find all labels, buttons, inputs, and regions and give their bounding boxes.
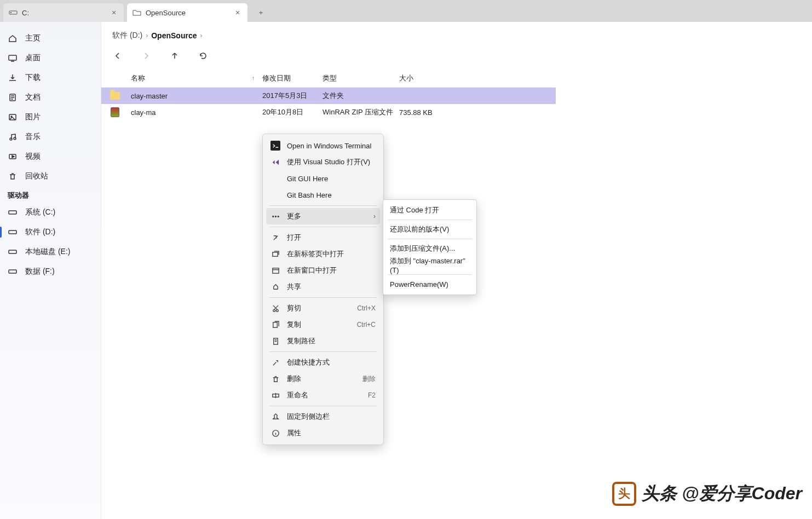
sidebar-item-documents[interactable]: 文档 xyxy=(0,88,101,107)
forward-button[interactable] xyxy=(139,48,154,64)
sub-powerrename[interactable]: PowerRename(W) xyxy=(383,276,476,292)
music-icon xyxy=(8,132,18,142)
context-menu: Open in Windows Terminal 使用 Visual Studi… xyxy=(262,134,384,445)
file-row[interactable]: clay-master 2017年5月3日 文件夹 xyxy=(101,88,556,104)
more-icon xyxy=(270,211,280,221)
sub-add-archive-named[interactable]: 添加到 "clay-master.rar"(T) xyxy=(383,257,476,273)
svg-point-19 xyxy=(276,309,278,312)
ctx-shortcut[interactable]: 创建快捷方式 xyxy=(266,354,380,371)
ctx-copy-path[interactable]: 复制路径 xyxy=(266,333,380,349)
sidebar-item-label: 本地磁盘 (E:) xyxy=(25,247,70,257)
tab-label: C: xyxy=(22,9,105,17)
close-icon[interactable]: × xyxy=(110,8,118,17)
ctx-rename[interactable]: 重命名F2 xyxy=(266,387,380,403)
refresh-button[interactable] xyxy=(195,48,211,64)
home-icon xyxy=(8,33,18,43)
sidebar-drive-e[interactable]: 本地磁盘 (E:) xyxy=(0,242,101,262)
svg-rect-16 xyxy=(272,252,277,256)
watermark-text: 头条 @爱分享Coder xyxy=(642,482,802,506)
file-type: WinRAR ZIP 压缩文件 xyxy=(320,107,397,117)
ctx-open-newwin[interactable]: 在新窗口中打开 xyxy=(266,262,380,279)
copy-icon xyxy=(270,320,280,330)
ctx-open-newtab[interactable]: 在新标签页中打开 xyxy=(266,246,380,262)
trash-icon xyxy=(8,171,18,181)
separator xyxy=(269,205,377,206)
ctx-pin[interactable]: 固定到侧边栏 xyxy=(266,408,380,425)
separator xyxy=(269,406,377,406)
separator xyxy=(388,239,472,239)
folder-icon xyxy=(133,8,141,17)
tab-opensource[interactable]: OpenSource × xyxy=(127,3,247,22)
sidebar-item-label: 视频 xyxy=(25,152,41,162)
ctx-cut[interactable]: 剪切Ctrl+X xyxy=(266,300,380,316)
ctx-open[interactable]: 打开 xyxy=(266,229,380,246)
git-icon xyxy=(270,174,280,183)
file-date: 2017年5月3日 xyxy=(260,91,320,101)
context-submenu: 通过 Code 打开 还原以前的版本(V) 添加到压缩文件(A)... 添加到 … xyxy=(383,199,477,295)
terminal-icon xyxy=(270,141,280,151)
breadcrumb-current[interactable]: OpenSource xyxy=(151,31,197,40)
tab-label: OpenSource xyxy=(146,9,229,17)
ctx-delete[interactable]: 删除删除 xyxy=(266,371,380,387)
ctx-properties[interactable]: 属性 xyxy=(266,425,380,441)
svg-point-14 xyxy=(275,216,276,217)
sidebar-item-label: 下载 xyxy=(25,73,41,83)
column-date[interactable]: 修改日期 xyxy=(260,73,320,83)
sidebar-item-home[interactable]: 主页 xyxy=(0,28,101,48)
separator xyxy=(269,351,377,352)
sidebar-drive-c[interactable]: 系统 (C:) xyxy=(0,203,101,222)
git-icon xyxy=(270,190,280,200)
sidebar-item-videos[interactable]: 视频 xyxy=(0,147,101,166)
svg-point-7 xyxy=(14,137,16,140)
sidebar-item-pictures[interactable]: 图片 xyxy=(0,107,101,127)
drive-icon xyxy=(9,8,18,17)
new-tab-button[interactable]: ＋ xyxy=(253,5,268,20)
file-name: clay-ma xyxy=(129,108,260,117)
ctx-git-bash[interactable]: Git Bash Here xyxy=(266,187,380,203)
svg-rect-17 xyxy=(272,268,278,273)
drive-icon xyxy=(8,227,18,237)
chevron-right-icon: › xyxy=(146,32,148,39)
sub-open-code[interactable]: 通过 Code 打开 xyxy=(383,202,476,218)
sidebar-item-music[interactable]: 音乐 xyxy=(0,127,101,147)
sidebar-item-desktop[interactable]: 桌面 xyxy=(0,48,101,68)
sidebar-section-drives: 驱动器 xyxy=(0,186,101,203)
svg-rect-12 xyxy=(9,270,16,273)
column-name[interactable]: 名称↑ xyxy=(129,73,260,83)
sub-add-archive[interactable]: 添加到压缩文件(A)... xyxy=(383,240,476,257)
column-size[interactable]: 大小 xyxy=(397,73,452,83)
ctx-git-gui[interactable]: Git GUI Here xyxy=(266,170,380,187)
ctx-more[interactable]: 更多› xyxy=(266,208,380,224)
svg-point-13 xyxy=(272,216,273,217)
sidebar-item-recycle[interactable]: 回收站 xyxy=(0,166,101,186)
chevron-right-icon: › xyxy=(373,212,376,220)
tab-c-drive[interactable]: C: × xyxy=(3,3,124,22)
ctx-copy[interactable]: 复制Ctrl+C xyxy=(266,316,380,333)
column-type[interactable]: 类型 xyxy=(320,73,397,83)
breadcrumb-root[interactable]: 软件 (D:) xyxy=(112,31,142,41)
up-button[interactable] xyxy=(167,48,182,64)
download-icon xyxy=(8,73,18,83)
shortcut-icon xyxy=(270,357,280,367)
ctx-open-terminal[interactable]: Open in Windows Terminal xyxy=(266,137,380,154)
sub-restore-version[interactable]: 还原以前的版本(V) xyxy=(383,221,476,238)
back-button[interactable] xyxy=(110,48,125,64)
close-icon[interactable]: × xyxy=(233,8,242,17)
pin-icon xyxy=(270,412,280,422)
open-icon xyxy=(270,233,280,243)
sidebar-item-downloads[interactable]: 下载 xyxy=(0,68,101,88)
drive-icon xyxy=(8,267,18,276)
sidebar-drive-d[interactable]: 软件 (D:) xyxy=(0,222,101,242)
ctx-open-vs[interactable]: 使用 Visual Studio 打开(V) xyxy=(266,154,380,170)
visualstudio-icon xyxy=(270,157,280,167)
file-row[interactable]: clay-ma 20年10月8日 WinRAR ZIP 压缩文件 735.88 … xyxy=(101,104,556,120)
watermark: 头 头条 @爱分享Coder xyxy=(612,482,802,506)
main-pane: 软件 (D:) › OpenSource › 名称↑ 修改日期 类型 大小 xyxy=(101,22,812,519)
desktop-icon xyxy=(8,53,18,63)
doc-icon xyxy=(8,93,18,102)
svg-point-15 xyxy=(278,216,279,217)
ctx-share[interactable]: 共享 xyxy=(266,279,380,295)
sidebar-item-label: 系统 (C:) xyxy=(25,207,55,217)
sidebar-drive-f[interactable]: 数据 (F:) xyxy=(0,262,101,281)
nav-toolbar xyxy=(101,41,812,69)
